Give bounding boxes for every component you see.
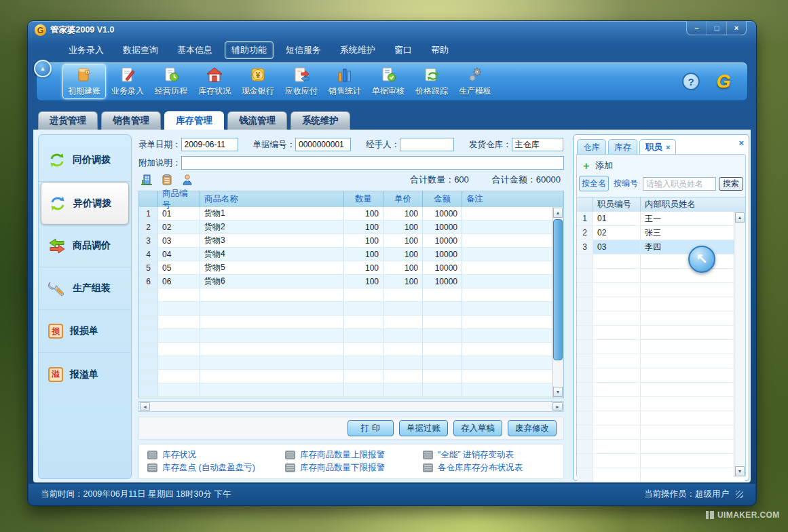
sidebar-item-loss-report[interactable]: 损 报损单 xyxy=(39,310,131,353)
cell-qty[interactable]: 100 xyxy=(344,275,383,288)
table-row[interactable]: 6 06 货物6 100 100 10000 xyxy=(139,275,563,288)
toolbar-business-entry[interactable]: 业务录入 xyxy=(106,64,149,99)
cell-name[interactable]: 货物4 xyxy=(200,248,344,261)
menu-item-help[interactable]: 帮助 xyxy=(424,41,455,59)
link-lower-limit-alarm[interactable]: 库存商品数量下限报警 xyxy=(285,461,423,474)
menu-item-basic-info[interactable]: 基本信息 xyxy=(170,41,219,59)
cell-amount[interactable]: 10000 xyxy=(423,207,462,221)
cell-price[interactable]: 100 xyxy=(383,248,423,261)
add-row[interactable]: ＋ 添加 xyxy=(577,155,745,176)
cell-price[interactable]: 100 xyxy=(383,207,423,221)
tab-staff[interactable]: 职员× xyxy=(639,139,676,155)
cell-code[interactable]: 01 xyxy=(158,207,200,221)
minimize-button[interactable]: – xyxy=(687,21,707,35)
post-document-button[interactable]: 单据过账 xyxy=(399,420,448,436)
toolbar-initial-setup[interactable]: 初期建账 xyxy=(62,64,106,99)
menu-item-sms-service[interactable]: 短信服务 xyxy=(279,41,328,59)
staff-vertical-scrollbar[interactable]: ▲ ▼ xyxy=(734,212,745,477)
menu-item-business-entry[interactable]: 业务录入 xyxy=(62,41,111,59)
toolbar-cash-bank[interactable]: ¥ 现金银行 xyxy=(236,64,280,99)
toolbar-collapse-button[interactable]: ▲ xyxy=(34,60,52,77)
cell-code[interactable]: 05 xyxy=(158,261,200,275)
link-omnipotent-change-table[interactable]: “全能” 进销存变动表 xyxy=(423,449,561,461)
cell-staff-code[interactable]: 01 xyxy=(593,212,641,226)
tab-system-maintenance[interactable]: 系统维护 xyxy=(290,111,350,130)
cell-qty[interactable]: 100 xyxy=(344,207,383,221)
tab-cashflow-management[interactable]: 钱流管理 xyxy=(227,111,287,130)
cell-remark[interactable] xyxy=(462,261,563,275)
cell-remark[interactable] xyxy=(462,207,563,221)
scroll-left-icon[interactable]: ◄ xyxy=(140,402,150,411)
cell-amount[interactable]: 10000 xyxy=(423,261,462,275)
search-button[interactable]: 搜索 xyxy=(719,177,743,191)
tab-close-icon[interactable]: × xyxy=(666,143,670,151)
tab-warehouse[interactable]: 仓库 xyxy=(577,139,606,155)
link-stocktaking[interactable]: 库存盘点 (自动盘盈盘亏) xyxy=(147,461,285,474)
date-input[interactable] xyxy=(181,138,238,151)
tab-sales-management[interactable]: 销售管理 xyxy=(101,111,161,130)
cell-remark[interactable] xyxy=(462,248,563,261)
cell-name[interactable]: 货物2 xyxy=(200,221,344,234)
close-button[interactable]: × xyxy=(726,21,746,35)
warehouse-input[interactable] xyxy=(512,138,563,151)
scroll-up-icon[interactable]: ▲ xyxy=(735,212,745,223)
staff-search-input[interactable] xyxy=(643,177,716,191)
discard-changes-button[interactable]: 废弃修改 xyxy=(508,420,557,436)
cell-name[interactable]: 货物6 xyxy=(200,275,344,288)
toolbar-inventory-status[interactable]: 库存状况 xyxy=(193,64,236,99)
cell-price[interactable]: 100 xyxy=(383,221,423,234)
filter-by-fullname[interactable]: 按全名 xyxy=(579,176,609,191)
cell-price[interactable]: 100 xyxy=(383,261,423,275)
cell-amount[interactable]: 10000 xyxy=(423,221,462,234)
link-inventory-status[interactable]: 库存状况 xyxy=(147,449,285,461)
staff-row-selected[interactable]: 3 03 李四 xyxy=(577,240,745,254)
cell-code[interactable]: 03 xyxy=(158,234,200,248)
cell-remark[interactable] xyxy=(462,275,563,288)
table-row[interactable]: 4 04 货物4 100 100 10000 xyxy=(139,248,563,261)
toolbar-receivable-payable[interactable]: 应收应付 xyxy=(280,64,323,99)
toolbar-sales-statistics[interactable]: 销售统计 xyxy=(323,64,367,99)
toolbar-document-audit[interactable]: 单据审核 xyxy=(367,64,410,99)
cell-qty[interactable]: 100 xyxy=(344,221,383,234)
filter-by-code[interactable]: 按编号 xyxy=(612,176,640,191)
table-row[interactable]: 2 02 货物2 100 100 10000 xyxy=(139,221,563,234)
table-row[interactable]: 1 01 货物1 100 100 10000 xyxy=(139,207,563,221)
tab-purchase-management[interactable]: 进货管理 xyxy=(38,111,98,130)
cell-qty[interactable]: 100 xyxy=(344,234,383,248)
link-warehouse-distribution[interactable]: 各仓库库存分布状况表 xyxy=(423,461,561,474)
cell-code[interactable]: 02 xyxy=(158,221,200,234)
cell-code[interactable]: 04 xyxy=(158,248,200,261)
scroll-right-icon[interactable]: ► xyxy=(552,402,563,411)
cell-qty[interactable]: 100 xyxy=(344,261,383,275)
scroll-down-icon[interactable]: ▼ xyxy=(735,466,745,476)
resize-grip[interactable] xyxy=(736,491,743,498)
tab-inventory[interactable]: 库存 xyxy=(608,139,637,155)
sidebar-item-production-assembly[interactable]: 生产组装 xyxy=(39,267,131,310)
link-upper-limit-alarm[interactable]: 库存商品数量上限报警 xyxy=(285,449,423,461)
cell-name[interactable]: 货物1 xyxy=(200,207,344,221)
staff-row[interactable]: 2 02 张三 xyxy=(577,226,745,240)
toolbar-production-template[interactable]: 生产模板 xyxy=(453,64,497,99)
cell-staff-code[interactable]: 02 xyxy=(593,226,641,240)
menu-item-window[interactable]: 窗口 xyxy=(388,41,419,59)
cell-amount[interactable]: 10000 xyxy=(423,234,462,248)
doc-no-input[interactable] xyxy=(295,138,351,151)
panel-close-icon[interactable]: × xyxy=(738,138,744,148)
sidebar-item-diff-price-transfer[interactable]: 异价调拨 xyxy=(41,182,129,225)
cell-qty[interactable]: 100 xyxy=(344,248,383,261)
scroll-down-icon[interactable]: ▼ xyxy=(553,387,563,397)
print-button[interactable]: 打 印 xyxy=(348,420,394,436)
toolbar-price-tracking[interactable]: 价格跟踪 xyxy=(410,64,453,99)
table-row[interactable]: 5 05 货物5 100 100 10000 xyxy=(139,261,563,275)
cell-price[interactable]: 100 xyxy=(383,275,423,288)
cell-staff-name[interactable]: 王一 xyxy=(641,212,745,226)
maximize-button[interactable]: □ xyxy=(707,21,726,35)
cell-remark[interactable] xyxy=(462,234,563,248)
toolbar-operation-history[interactable]: 经营历程 xyxy=(149,64,193,99)
cell-name[interactable]: 货物5 xyxy=(200,261,344,275)
company-icon[interactable] xyxy=(140,174,153,186)
scrollbar-thumb[interactable] xyxy=(553,219,563,360)
grid-vertical-scrollbar[interactable]: ▲ ▼ xyxy=(552,207,563,398)
grid-horizontal-scrollbar[interactable]: ◄ ► xyxy=(138,401,564,412)
cell-amount[interactable]: 10000 xyxy=(423,248,462,261)
